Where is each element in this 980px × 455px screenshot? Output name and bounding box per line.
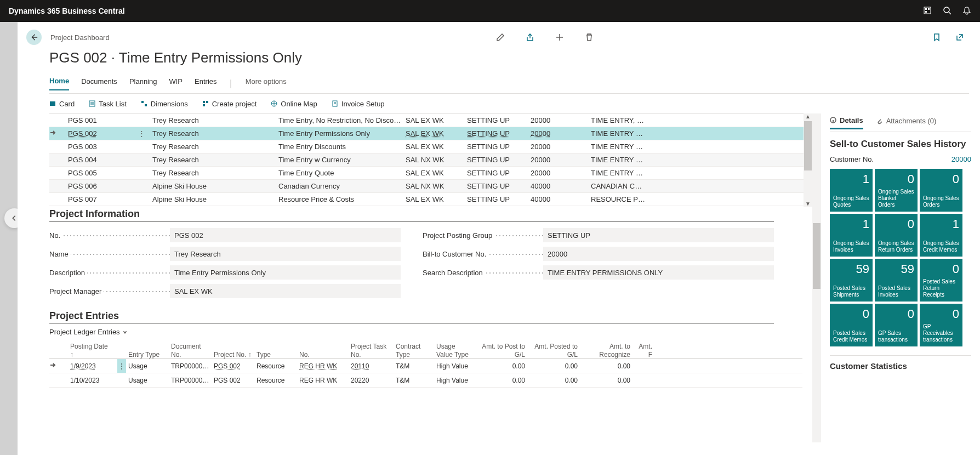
svg-rect-3 [925,11,927,13]
notification-icon[interactable] [962,6,971,16]
svg-point-4 [944,7,949,13]
company-icon[interactable] [923,6,932,16]
app-title: Dynamics 365 Business Central [9,7,125,15]
search-icon[interactable] [943,6,951,16]
svg-rect-2 [928,8,930,10]
svg-line-5 [949,12,951,14]
app-topbar: Dynamics 365 Business Central [0,0,980,22]
svg-rect-0 [924,7,931,14]
svg-rect-1 [925,8,927,10]
